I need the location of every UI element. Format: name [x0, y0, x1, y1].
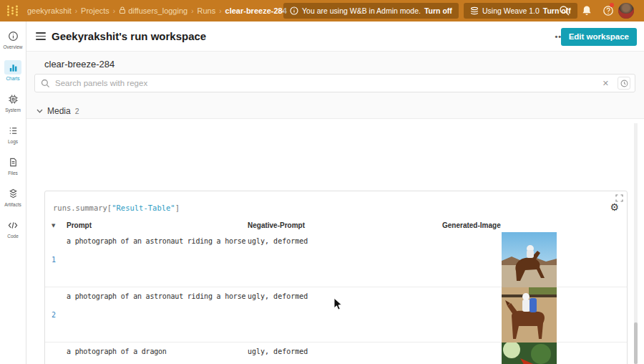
- run-name-title: clear-breeze-284: [44, 59, 114, 70]
- panel-scrollbar-thumb[interactable]: [634, 322, 638, 364]
- sidebar-item-label: Artifacts: [4, 202, 21, 207]
- table-rows: 1 a photograph of an astronaut riding a …: [45, 232, 627, 364]
- cpu-chip-icon: [8, 94, 19, 105]
- weave-layers-icon: [470, 6, 479, 15]
- sidebar-item-label: Code: [7, 234, 19, 239]
- table-header: ▼ Prompt Negative-Prompt Generated-Image: [45, 221, 627, 232]
- media-section-header[interactable]: Media 2: [36, 106, 79, 116]
- panel-search-bar: ✕: [34, 74, 635, 92]
- sidebar-item-label: Files: [8, 171, 18, 176]
- breadcrumb-separator: ›: [113, 7, 115, 15]
- lock-icon: [119, 6, 126, 14]
- sidebar-item-system[interactable]: System /* placeholder none */: [1, 92, 25, 112]
- column-header-generated-image[interactable]: Generated-Image: [442, 221, 501, 229]
- sidebar-item-files[interactable]: Files: [1, 155, 25, 176]
- breadcrumb-runs[interactable]: Runs: [197, 6, 216, 15]
- column-header-prompt[interactable]: Prompt: [67, 221, 92, 229]
- media-section-count: 2: [75, 107, 79, 115]
- clear-search-icon[interactable]: ✕: [602, 75, 609, 92]
- sidebar-item-label: Logs: [8, 139, 18, 144]
- breadcrumb-separator: ›: [191, 7, 193, 15]
- chevron-down-icon: [36, 109, 43, 113]
- sidebar-item-label: System: [5, 107, 21, 112]
- sidebar-item-label: Overview: [3, 44, 22, 49]
- generated-image-astronaut-standing-horse[interactable]: [502, 287, 557, 343]
- generated-image-red-dragon-forest[interactable]: [502, 343, 557, 364]
- admin-turn-off-button[interactable]: Turn off: [424, 3, 452, 19]
- sidebar-item-charts[interactable]: Charts: [1, 60, 25, 81]
- search-icon: [41, 79, 50, 88]
- layers-icon: [8, 188, 19, 199]
- table-row[interactable]: 1 a photograph of an astronaut riding a …: [45, 232, 627, 287]
- sidebar-item-artifacts[interactable]: Artifacts: [1, 186, 25, 207]
- user-avatar[interactable]: [618, 3, 634, 19]
- weave-text: Using Weave 1.0: [482, 3, 540, 19]
- prompt-cell: a photograph of an astronaut riding a ho…: [67, 237, 245, 245]
- panel-title-prefix: runs.summary[: [53, 203, 112, 212]
- admin-mode-banner: You are using W&B in Admin mode. Turn of…: [283, 3, 459, 19]
- result-table-panel: runs.summary["Result-Table"] ⚙ ▼ Prompt …: [44, 191, 628, 364]
- info-icon: [290, 6, 298, 15]
- top-navbar: geekyrakshit›Projects›diffusers_logging›…: [0, 0, 644, 21]
- media-section-label: Media: [47, 106, 71, 116]
- hamburger-menu-icon[interactable]: [36, 32, 46, 42]
- panel-title-expression: runs.summary["Result-Table"]: [53, 203, 180, 212]
- list-icon: [8, 125, 19, 136]
- bar-chart-icon: [8, 62, 19, 73]
- panel-settings-gear-icon[interactable]: ⚙: [610, 201, 619, 213]
- sidebar-item-logs[interactable]: Logs: [1, 123, 25, 144]
- search-history-icon[interactable]: [618, 77, 630, 90]
- search-icon[interactable]: [559, 5, 570, 16]
- document-icon: [8, 157, 19, 168]
- breadcrumb-project[interactable]: diffusers_logging: [128, 6, 187, 15]
- panel-title-suffix: ]: [175, 203, 180, 212]
- notification-badge: [610, 3, 614, 7]
- search-panels-input[interactable]: [55, 75, 475, 92]
- sidebar-item-overview[interactable]: Overview: [1, 29, 25, 49]
- breadcrumb-entity[interactable]: geekyrakshit: [27, 6, 72, 15]
- media-section-body: runs.summary["Result-Table"] ⚙ ▼ Prompt …: [26, 118, 644, 364]
- generated-image-astronaut-galloping-horse[interactable]: [502, 232, 557, 287]
- panel-title-key: "Result-Table": [112, 203, 175, 212]
- breadcrumb-run-name[interactable]: clear-breeze-284: [225, 6, 287, 15]
- table-row[interactable]: 3 a photograph of a dragon ugly, deforme…: [45, 343, 627, 364]
- table-row[interactable]: 2 a photograph of an astronaut riding a …: [45, 287, 627, 343]
- prompt-cell: a photograph of an astronaut riding a ho…: [67, 292, 245, 300]
- breadcrumb-projects[interactable]: Projects: [81, 6, 109, 15]
- info-circle-icon: [8, 31, 19, 42]
- negative-prompt-cell: ugly, deformed: [248, 292, 308, 300]
- wandb-logo-icon[interactable]: [6, 5, 19, 16]
- wandb-run-workspace-app: geekyrakshit›Projects›diffusers_logging›…: [0, 0, 644, 364]
- bell-icon[interactable]: [581, 5, 592, 16]
- breadcrumb-separator: ›: [75, 7, 77, 15]
- page-title: Geekyrakshit's run workspace: [52, 21, 206, 52]
- negative-prompt-cell: ugly, deformed: [248, 237, 308, 245]
- prompt-cell: a photograph of a dragon: [67, 348, 167, 355]
- sidebar-item-code[interactable]: Code: [1, 218, 25, 239]
- workspace-header: Geekyrakshit's run workspace ••• Edit wo…: [26, 21, 644, 52]
- table-filter-caret-icon[interactable]: ▼: [52, 223, 55, 229]
- admin-mode-text: You are using W&B in Admin mode.: [302, 3, 421, 19]
- workspace-content: clear-breeze-284 ✕ Media 2 runs.summary[…: [26, 52, 644, 364]
- breadcrumb-separator: ›: [219, 7, 221, 15]
- code-icon: [7, 220, 19, 231]
- edit-workspace-button[interactable]: Edit workspace: [561, 28, 637, 46]
- negative-prompt-cell: ugly, deformed: [248, 348, 308, 355]
- row-index: 2: [52, 311, 56, 319]
- column-header-negative-prompt[interactable]: Negative-Prompt: [248, 221, 305, 229]
- run-sidebar: Overview Charts System /* placeholder no…: [0, 21, 26, 364]
- row-index: 1: [52, 256, 56, 264]
- sidebar-item-label: Charts: [6, 76, 19, 81]
- breadcrumb: geekyrakshit›Projects›diffusers_logging›…: [27, 0, 287, 21]
